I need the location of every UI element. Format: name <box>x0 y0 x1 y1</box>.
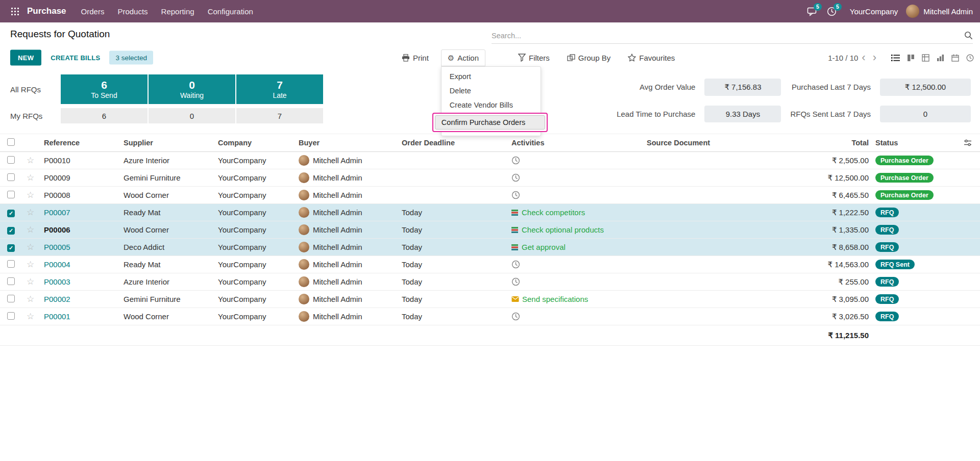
create-bills-button[interactable]: CREATE BILLS <box>48 50 102 66</box>
nav-menu-orders[interactable]: Orders <box>76 4 110 19</box>
cell-reference[interactable]: P00007 <box>38 208 117 217</box>
header-supplier[interactable]: Supplier <box>117 139 212 147</box>
cell-activities[interactable]: Check competitors <box>505 208 641 217</box>
header-source-document[interactable]: Source Document <box>641 139 806 147</box>
buyer-avatar <box>299 172 309 183</box>
company-switcher[interactable]: YourCompany <box>850 7 898 16</box>
my-rfqs-waiting[interactable]: 0 <box>149 108 235 123</box>
cell-total: ₹ 1,335.00 <box>806 225 873 235</box>
nav-menu-configuration[interactable]: Configuration <box>202 4 259 19</box>
favorite-star-icon: ☆ <box>27 294 34 304</box>
print-button[interactable]: Print <box>396 50 435 66</box>
header-total[interactable]: Total <box>806 139 873 147</box>
cell-activities[interactable]: Check optional products <box>505 225 641 234</box>
filters-button[interactable]: Filters <box>512 50 556 66</box>
pager-next-button[interactable]: › <box>869 52 880 63</box>
messages-badge: 5 <box>814 3 822 11</box>
nav-menu-products[interactable]: Products <box>112 4 153 19</box>
header-activities[interactable]: Activities <box>505 139 641 147</box>
my-rfqs-to-send[interactable]: 6 <box>61 108 148 123</box>
favorite-star-icon: ☆ <box>27 242 34 252</box>
activity-label: Get approval <box>522 243 566 251</box>
user-menu[interactable]: Mitchell Admin <box>923 7 973 16</box>
menu-item-confirm-purchase-orders[interactable]: Confirm Purchase Orders <box>435 115 545 130</box>
cell-reference[interactable]: P00005 <box>38 243 117 251</box>
cell-supplier: Deco Addict <box>117 243 212 251</box>
control-panel-buttons: NEW CREATE BILLS 3 selected Print ⚙ Acti… <box>0 46 980 69</box>
graph-view-icon[interactable] <box>937 54 944 62</box>
header-status[interactable]: Status <box>873 139 949 147</box>
cell-reference[interactable]: P00009 <box>38 173 117 182</box>
header-reference[interactable]: Reference <box>38 139 117 147</box>
favourites-button[interactable]: Favourites <box>622 50 681 66</box>
kpi-card-to-send[interactable]: 6 To Send <box>61 74 148 104</box>
group-by-button[interactable]: Group By <box>561 50 617 66</box>
my-rfqs-late[interactable]: 7 <box>236 108 323 123</box>
cell-activities[interactable] <box>505 156 641 165</box>
kpi-card-waiting[interactable]: 0 Waiting <box>149 74 235 104</box>
messages-button[interactable]: 5 <box>807 7 817 16</box>
header-buyer[interactable]: Buyer <box>292 139 396 147</box>
cell-reference[interactable]: P00010 <box>38 156 117 165</box>
cell-deadline: Today <box>396 277 505 286</box>
cell-reference[interactable]: P00006 <box>38 225 117 234</box>
menu-item-export[interactable]: Export <box>442 69 541 84</box>
cell-activities[interactable] <box>505 277 641 286</box>
table-row[interactable]: ☆ P00010 Azure Interior YourCompany Mitc… <box>0 152 980 169</box>
printer-icon <box>402 54 410 62</box>
cell-reference[interactable]: P00004 <box>38 260 117 269</box>
new-button[interactable]: NEW <box>10 50 41 66</box>
table-row[interactable]: ☆ P00005 Deco Addict YourCompany Mitchel… <box>0 239 980 256</box>
cell-reference[interactable]: P00001 <box>38 312 117 321</box>
favorite-star-icon: ☆ <box>27 225 34 235</box>
table-row[interactable]: ☆ P00001 Wood Corner YourCompany Mitchel… <box>0 308 980 325</box>
group-by-label: Group By <box>578 54 610 62</box>
cell-activities[interactable] <box>505 260 641 269</box>
search-icon[interactable] <box>964 31 973 40</box>
cell-total: ₹ 3,095.00 <box>806 295 873 304</box>
cell-activities[interactable]: Send specifications <box>505 295 641 303</box>
table-row[interactable]: ☆ P00009 Gemini Furniture YourCompany Mi… <box>0 169 980 187</box>
cell-activities[interactable]: Get approval <box>505 243 641 251</box>
menu-item-create-vendor-bills[interactable]: Create Vendor Bills <box>442 98 541 112</box>
table-row[interactable]: ☆ P00006 Wood Corner YourCompany Mitchel… <box>0 221 980 239</box>
table-row[interactable]: ☆ P00002 Gemini Furniture YourCompany Mi… <box>0 291 980 308</box>
app-brand[interactable]: Purchase <box>27 6 66 16</box>
list-view-icon[interactable] <box>891 54 900 62</box>
cell-total: ₹ 1,222.50 <box>806 208 873 217</box>
activity-view-icon[interactable] <box>966 54 974 62</box>
selected-count-badge: 3 selected <box>109 51 153 65</box>
table-row[interactable]: ☆ P00003 Azure Interior YourCompany Mitc… <box>0 273 980 291</box>
cell-reference[interactable]: P00002 <box>38 295 117 303</box>
apps-grid-icon[interactable] <box>7 5 23 18</box>
cell-reference[interactable]: P00008 <box>38 191 117 199</box>
table-row[interactable]: ☆ P00008 Wood Corner YourCompany Mitchel… <box>0 187 980 204</box>
header-order-deadline[interactable]: Order Deadline <box>396 139 505 147</box>
row-checkbox <box>7 244 15 252</box>
kpi-card-late[interactable]: 7 Late <box>236 74 323 104</box>
cell-activities[interactable] <box>505 191 641 199</box>
search-input[interactable] <box>492 32 964 40</box>
menu-item-delete[interactable]: Delete <box>442 84 541 98</box>
activities-button[interactable]: 5 <box>827 7 837 16</box>
favorite-star-icon: ☆ <box>27 190 34 200</box>
kanban-view-icon[interactable] <box>907 54 915 62</box>
cell-activities[interactable] <box>505 312 641 321</box>
cell-deadline: Today <box>396 312 505 321</box>
header-company[interactable]: Company <box>212 139 292 147</box>
nav-menu-reporting[interactable]: Reporting <box>156 4 200 19</box>
table-row[interactable]: ☆ P00007 Ready Mat YourCompany Mitchell … <box>0 204 980 221</box>
cell-activities[interactable] <box>505 173 641 182</box>
search-bar[interactable] <box>492 28 973 44</box>
cell-reference[interactable]: P00003 <box>38 277 117 286</box>
action-button[interactable]: ⚙ Action Export Delete Create Vendor Bil… <box>441 49 485 66</box>
pager-prev-button[interactable]: ‹ <box>858 52 869 63</box>
buyer-name: Mitchell Admin <box>313 260 362 269</box>
user-avatar[interactable] <box>906 5 919 18</box>
table-row[interactable]: ☆ P00004 Ready Mat YourCompany Mitchell … <box>0 256 980 273</box>
buyer-name: Mitchell Admin <box>313 208 362 217</box>
funnel-icon <box>518 54 526 62</box>
view-switcher <box>891 54 974 62</box>
calendar-view-icon[interactable] <box>951 54 959 62</box>
pivot-view-icon[interactable] <box>922 54 929 62</box>
